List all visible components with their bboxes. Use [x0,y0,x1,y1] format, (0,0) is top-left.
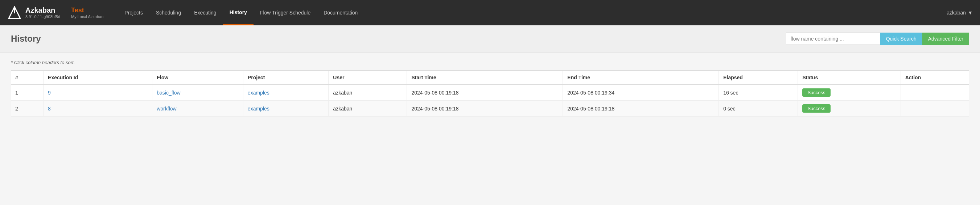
main-content: * Click column headers to sort. # Execut… [0,52,980,124]
cell-execution-id: 8 [43,101,152,117]
cell-end-time: 2024-05-08 00:19:18 [563,101,719,117]
flow-name-search-input[interactable] [786,33,880,45]
col-status[interactable]: Status [798,71,900,84]
cell-user: azkaban [329,101,407,117]
sort-hint: * Click column headers to sort. [11,60,969,65]
col-flow[interactable]: Flow [152,71,243,84]
table-header: # Execution Id Flow Project User Start T… [11,71,969,84]
cell-start-time: 2024-05-08 00:19:18 [407,101,563,117]
main-nav: Projects Scheduling Executing History Fl… [118,0,947,25]
col-action[interactable]: Action [900,71,969,84]
col-end-time[interactable]: End Time [563,71,719,84]
status-badge: Success [802,104,830,113]
flow-link[interactable]: basic_flow [157,90,180,96]
project-link[interactable]: examples [248,106,269,112]
nav-documentation[interactable]: Documentation [317,0,364,25]
cell-num: 2 [11,101,43,117]
nav-scheduling[interactable]: Scheduling [150,0,188,25]
history-table: # Execution Id Flow Project User Start T… [11,70,969,117]
user-name: azkaban [947,10,966,16]
logo-text-area: Azkaban 3.91.0-11-g903bf5d [25,6,60,19]
logo-area: Azkaban 3.91.0-11-g903bf5d [7,5,60,20]
cell-flow: basic_flow [152,84,243,101]
execution-id-link[interactable]: 9 [48,90,51,96]
project-subtitle: My Local Azkaban [71,14,103,19]
cell-elapsed: 0 sec [719,101,798,117]
cell-status: Success [798,84,900,101]
project-name-area: Test My Local Azkaban [71,6,103,19]
project-link[interactable]: examples [248,90,269,96]
nav-history[interactable]: History [223,0,253,25]
cell-flow: workflow [152,101,243,117]
table-body: 1 9 basic_flow examples azkaban 2024-05-… [11,84,969,117]
execution-id-link[interactable]: 8 [48,106,51,112]
page-header: History Quick Search Advanced Filter [0,25,980,52]
logo-version: 3.91.0-11-g903bf5d [25,14,60,19]
user-menu[interactable]: azkaban ▼ [947,10,973,16]
nav-projects[interactable]: Projects [118,0,150,25]
cell-action [900,84,969,101]
col-execution-id[interactable]: Execution Id [43,71,152,84]
cell-num: 1 [11,84,43,101]
caret-icon: ▼ [968,10,973,16]
flow-link[interactable]: workflow [157,106,176,112]
cell-execution-id: 9 [43,84,152,101]
table-row: 1 9 basic_flow examples azkaban 2024-05-… [11,84,969,101]
nav-flow-trigger-schedule[interactable]: Flow Trigger Schedule [253,0,317,25]
search-area: Quick Search Advanced Filter [786,33,969,45]
advanced-filter-button[interactable]: Advanced Filter [922,33,969,45]
col-start-time[interactable]: Start Time [407,71,563,84]
table-row: 2 8 workflow examples azkaban 2024-05-08… [11,101,969,117]
col-user[interactable]: User [329,71,407,84]
cell-end-time: 2024-05-08 00:19:34 [563,84,719,101]
logo-brand: Azkaban [25,6,60,14]
nav-executing[interactable]: Executing [188,0,223,25]
col-elapsed[interactable]: Elapsed [719,71,798,84]
cell-action [900,101,969,117]
col-project[interactable]: Project [243,71,329,84]
col-num[interactable]: # [11,71,43,84]
cell-user: azkaban [329,84,407,101]
cell-project: examples [243,101,329,117]
page-title: History [11,34,786,44]
cell-project: examples [243,84,329,101]
cell-elapsed: 16 sec [719,84,798,101]
cell-start-time: 2024-05-08 00:19:18 [407,84,563,101]
quick-search-button[interactable]: Quick Search [880,33,922,45]
azkaban-logo-icon [7,5,22,20]
header: Azkaban 3.91.0-11-g903bf5d Test My Local… [0,0,980,25]
status-badge: Success [802,88,830,97]
project-title: Test [71,6,103,14]
cell-status: Success [798,101,900,117]
